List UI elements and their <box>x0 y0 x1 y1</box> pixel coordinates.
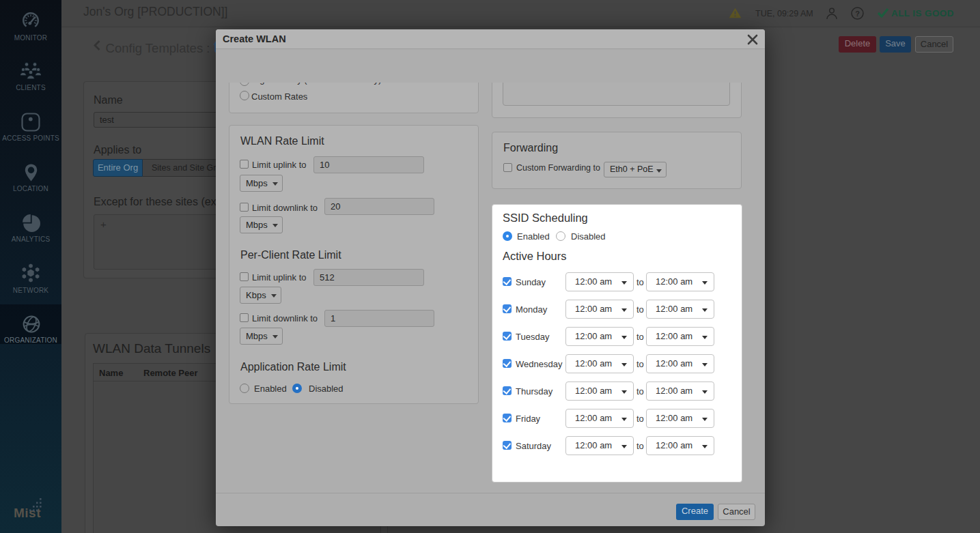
svg-text:?: ? <box>855 10 860 18</box>
